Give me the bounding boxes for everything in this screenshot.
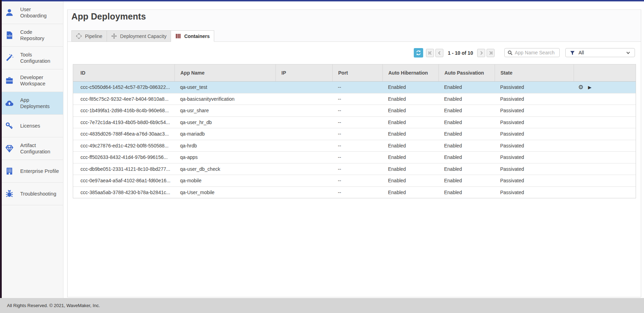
cell-ip xyxy=(276,117,332,128)
cell-id: ccc-1b499fa1-2d98-416b-8c4b-960e68... xyxy=(73,105,174,116)
cell-pass: Enabled xyxy=(439,117,495,128)
column-header-state[interactable]: State xyxy=(495,64,574,81)
magic-wand-icon xyxy=(5,53,14,62)
page-first-button[interactable] xyxy=(426,49,434,57)
cell-port: -- xyxy=(332,140,382,152)
table-row[interactable]: ccc-c5050d64-1452-4c57-872b-086322...qa-… xyxy=(73,82,636,93)
cell-id: ccc-db9be051-2331-4121-8c10-8bd277... xyxy=(73,163,174,175)
column-header-auto-passivation[interactable]: Auto Passivation xyxy=(439,64,495,81)
cell-app: qa-User_mobile xyxy=(174,187,276,198)
cell-port: -- xyxy=(332,117,382,128)
cell-ip xyxy=(276,128,332,140)
table-row[interactable]: ccc-7e72c1da-4193-4b05-b8d0-6b9c54...qa-… xyxy=(73,117,636,129)
cell-state: Passivated xyxy=(495,82,574,93)
table-row[interactable]: ccc-db9be051-2331-4121-8c10-8bd277...qa-… xyxy=(73,163,636,175)
move-outline-icon xyxy=(76,33,82,39)
move-icon xyxy=(111,33,117,39)
cell-ip xyxy=(276,140,332,152)
cell-state: Passivated xyxy=(495,140,574,152)
cell-id: ccc-c5050d64-1452-4c57-872b-086322... xyxy=(73,82,174,93)
containers-table: ID App Name IP Port Auto Hibernation Aut… xyxy=(73,64,636,198)
cell-actions xyxy=(574,175,636,186)
column-header-port[interactable]: Port xyxy=(332,64,382,81)
filter-value: All xyxy=(579,50,626,55)
cell-ip xyxy=(276,105,332,116)
cell-ip xyxy=(276,187,332,198)
page-next-button[interactable] xyxy=(477,49,485,57)
search-icon xyxy=(507,50,513,55)
tab-label: Containers xyxy=(184,33,210,39)
cell-pass: Enabled xyxy=(439,140,495,152)
cell-ip xyxy=(276,93,332,105)
cell-hib: Enabled xyxy=(382,93,439,105)
cell-hib: Enabled xyxy=(382,140,439,152)
cell-state: Passivated xyxy=(495,117,574,128)
cell-id: ccc-f85c75c2-9232-4ee7-b404-9810a8... xyxy=(73,93,174,105)
cell-app: qa-user_hr_db xyxy=(174,117,276,128)
column-header-auto-hibernation[interactable]: Auto Hibernation xyxy=(382,64,439,81)
cell-pass: Enabled xyxy=(439,128,495,140)
sidebar-item-enterprise-profile[interactable]: Enterprise Profile xyxy=(2,160,63,183)
tab-pipeline[interactable]: Pipeline xyxy=(71,30,107,42)
column-header-id[interactable]: ID xyxy=(73,64,174,81)
cell-state: Passivated xyxy=(495,175,574,186)
settings-gear-icon[interactable]: ⚙ xyxy=(578,84,583,90)
cell-state: Passivated xyxy=(495,152,574,163)
cell-state: Passivated xyxy=(495,128,574,140)
sidebar-item-troubleshooting[interactable]: Troubleshooting xyxy=(2,183,63,205)
page-last-button[interactable] xyxy=(487,49,495,57)
search-input[interactable] xyxy=(515,50,557,55)
table-row[interactable]: ccc-4835d026-788f-46ea-a76d-30aac3...qa-… xyxy=(73,128,636,140)
cell-ip xyxy=(276,82,332,93)
cell-ip xyxy=(276,163,332,175)
sidebar-item-developer-workspace[interactable]: Developer Workspace xyxy=(2,69,63,92)
sidebar-item-tools-configuration[interactable]: Tools Configuration xyxy=(2,47,63,69)
code-repository-icon: </> xyxy=(5,31,14,40)
cell-port: -- xyxy=(332,82,382,93)
filter-dropdown[interactable]: All xyxy=(565,48,635,57)
cell-app: qa-user_db_check xyxy=(174,163,276,175)
page-previous-button[interactable] xyxy=(435,49,443,57)
tab-containers[interactable]: Containers xyxy=(171,30,214,42)
sidebar-item-artifact-configuration[interactable]: Artifact Configuration xyxy=(2,137,63,160)
sidebar-item-app-deployments[interactable]: App Deployments xyxy=(2,92,63,115)
column-header-app-name[interactable]: App Name xyxy=(174,64,276,81)
table-row[interactable]: ccc-385aa5ab-3788-4230-b78a-b2841c...qa-… xyxy=(73,187,636,199)
sidebar-item-label: User Onboarding xyxy=(20,6,47,19)
cell-hib: Enabled xyxy=(382,187,439,198)
cell-id: ccc-0e97aea4-a5af-4102-86a1-fd60e16... xyxy=(73,175,174,186)
cell-state: Passivated xyxy=(495,187,574,198)
cell-port: -- xyxy=(332,93,382,105)
cell-id: ccc-4835d026-788f-46ea-a76d-30aac3... xyxy=(73,128,174,140)
cell-hib: Enabled xyxy=(382,152,439,163)
bug-icon xyxy=(5,189,14,198)
cell-hib: Enabled xyxy=(382,105,439,116)
cell-pass: Enabled xyxy=(439,105,495,116)
svg-text:</>: </> xyxy=(7,34,12,38)
cell-id: ccc-49c27876-ed1c-4292-b0f8-550588... xyxy=(73,140,174,152)
cell-ip xyxy=(276,175,332,186)
filter-funnel-icon xyxy=(570,50,575,55)
start-play-icon[interactable]: ▶ xyxy=(588,85,591,90)
table-row[interactable]: ccc-f85c75c2-9232-4ee7-b404-9810a8...qa-… xyxy=(73,93,636,105)
sidebar-item-user-onboarding[interactable]: User Onboarding xyxy=(2,1,63,24)
table-row[interactable]: ccc-1b499fa1-2d98-416b-8c4b-960e68...qa-… xyxy=(73,105,636,117)
column-header-ip[interactable]: IP xyxy=(276,64,332,81)
refresh-button[interactable] xyxy=(414,48,423,58)
sidebar-item-code-repository[interactable]: </>Code Repository xyxy=(2,24,63,47)
tab-deployment-capacity[interactable]: Deployment Capacity xyxy=(107,30,171,42)
table-row[interactable]: ccc-ff502633-8432-41d4-97b6-996156...qa-… xyxy=(73,152,636,163)
sidebar-item-licenses[interactable]: Licenses xyxy=(2,115,63,137)
cell-actions xyxy=(574,105,636,116)
tab-label: Pipeline xyxy=(85,33,102,39)
cell-port: -- xyxy=(332,128,382,140)
table-row[interactable]: ccc-49c27876-ed1c-4292-b0f8-550588...qa-… xyxy=(73,140,636,152)
sidebar: User Onboarding</>Code RepositoryTools C… xyxy=(2,1,63,298)
page-title: App Deployments xyxy=(71,12,146,21)
column-header-actions xyxy=(574,64,636,81)
cell-actions xyxy=(574,187,636,198)
building-icon xyxy=(5,167,14,176)
table-row[interactable]: ccc-0e97aea4-a5af-4102-86a1-fd60e16...qa… xyxy=(73,175,636,187)
cell-app: qa-mobile xyxy=(174,175,276,186)
key-icon xyxy=(5,121,14,130)
